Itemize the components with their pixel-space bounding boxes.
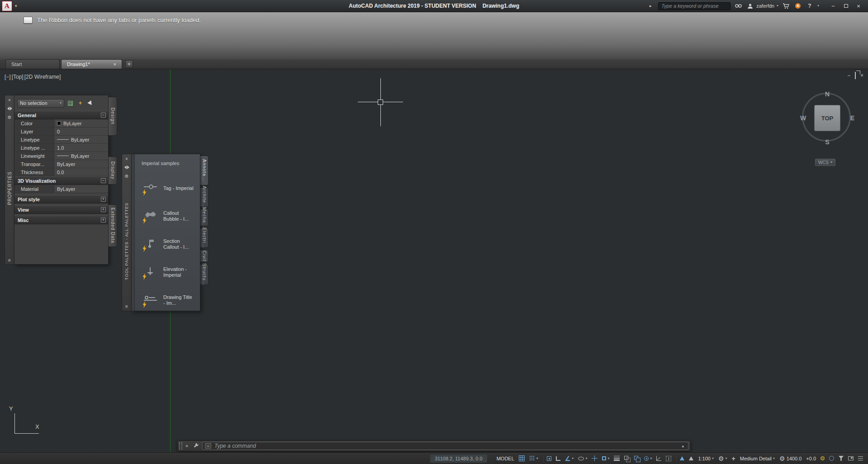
command-input[interactable]: ▾ Type a command ▴ [202, 442, 688, 450]
palette-properties-icon[interactable]: ⚙ [6, 114, 13, 120]
tab-annotation[interactable]: Annota... [200, 156, 209, 185]
tool-palettes-titlebar[interactable]: × ⚙ TOOL PALETTES - ALL PALETTES ≡ [122, 154, 132, 311]
auto-hide-icon[interactable] [123, 164, 130, 170]
tab-structural[interactable]: Structu... [200, 264, 209, 285]
communication-center-icon[interactable] [794, 2, 802, 10]
dynamic-ucs-toggle[interactable] [654, 454, 664, 464]
chevron-down-icon[interactable]: ▾ [773, 457, 775, 460]
new-drawing-button[interactable]: + [125, 60, 133, 68]
object-snap-toggle[interactable]: ▾ [600, 454, 612, 464]
command-close-icon[interactable]: × [182, 443, 191, 449]
grid-display-toggle[interactable] [517, 454, 527, 464]
palette-menu-icon[interactable]: ≡ [6, 257, 13, 263]
viewcube-east[interactable]: E [850, 114, 854, 122]
drawing-close-icon[interactable]: × [860, 73, 863, 78]
viewcube-south[interactable]: S [825, 138, 829, 146]
palette-close-icon[interactable]: × [6, 97, 13, 103]
expand-icon[interactable]: + [101, 207, 106, 212]
command-prompt-icon[interactable]: ▾ [205, 443, 211, 449]
lineweight-toggle[interactable] [612, 454, 622, 464]
tab-mechanical[interactable]: Mecha... [200, 209, 209, 226]
visual-style-control[interactable]: [2D Wireframe] [24, 74, 61, 80]
section-general[interactable]: General − [14, 111, 108, 119]
quick-access-overflow-icon[interactable]: ▸ [646, 2, 655, 10]
collapse-icon[interactable]: − [101, 178, 106, 183]
help-menu-chevron-icon[interactable]: ▾ [817, 4, 819, 8]
detail-level-button[interactable]: Medium Detail▾ [738, 454, 777, 464]
palette-close-icon[interactable]: × [123, 156, 130, 162]
property-row-linetype-scale[interactable]: Linetype ... 1.0 [14, 144, 108, 152]
tool-item-drawing-title[interactable]: Drawing Title - Im... [136, 286, 199, 311]
chevron-down-icon[interactable]: ▾ [650, 457, 652, 460]
tool-item-tag-imperial[interactable]: Tag - Imperial [136, 174, 199, 202]
property-row-color[interactable]: Color ByLayer [14, 119, 108, 128]
auto-hide-icon[interactable] [6, 105, 13, 112]
chevron-down-icon[interactable]: ▾ [536, 457, 538, 460]
palette-menu-icon[interactable]: ≡ [123, 303, 130, 310]
tab-civil[interactable]: Civil [200, 250, 209, 262]
section-3d-visualization[interactable]: 3D Visualization − [14, 176, 108, 185]
tab-architectural[interactable]: Archite... [200, 187, 209, 207]
selection-cycling-toggle[interactable] [632, 454, 642, 464]
chevron-down-icon[interactable]: ▾ [585, 457, 587, 460]
property-row-lineweight[interactable]: Lineweight ByLayer [14, 152, 108, 160]
view-control[interactable]: [Top] [12, 74, 24, 80]
command-line-grip[interactable] [179, 442, 182, 450]
workspace-switching-button[interactable]: ⚙▾ [716, 454, 730, 464]
app-logo-icon[interactable]: A [2, 1, 12, 11]
wcs-menu-button[interactable]: WCS ▾ [815, 159, 835, 166]
command-line[interactable]: × ▾ Type a command ▴ [177, 440, 691, 451]
model-space-button[interactable]: MODEL [494, 454, 517, 464]
tool-item-callout-bubble[interactable]: Callout Bubble - I... [136, 202, 199, 230]
search-input[interactable] [658, 2, 730, 10]
search-icon[interactable] [734, 2, 742, 10]
graphics-performance-button[interactable] [827, 454, 836, 464]
object-snap-tracking-toggle[interactable] [589, 454, 600, 464]
annotation-visibility-toggle[interactable] [678, 454, 687, 464]
workspace-chevron-icon[interactable]: ▾ [15, 4, 17, 8]
tab-extended-data[interactable]: Extended Data [109, 204, 117, 247]
drawing-minimize-icon[interactable]: − [847, 73, 850, 78]
chevron-down-icon[interactable]: ▾ [726, 457, 727, 460]
3d-object-snap-toggle[interactable]: ▾ [642, 454, 654, 464]
polar-tracking-toggle[interactable]: ∠▾ [563, 454, 576, 464]
property-row-layer[interactable]: Layer 0 [14, 128, 108, 136]
dynamic-input-toggle[interactable] [664, 454, 674, 464]
viewcube-north[interactable]: N [825, 90, 830, 98]
property-row-linetype[interactable]: Linetype ByLayer [14, 136, 108, 144]
quick-select-button[interactable] [66, 99, 74, 107]
sign-in-button[interactable]: zaferfdn ▾ [746, 2, 778, 10]
cut-plane-button[interactable]: ⚙1400.0 [777, 454, 804, 464]
chevron-down-icon[interactable]: ▾ [712, 457, 714, 460]
annotation-autoscale-toggle[interactable] [687, 454, 696, 464]
help-icon[interactable]: ? [806, 2, 814, 10]
section-view[interactable]: View + [14, 205, 108, 214]
section-misc[interactable]: Misc + [14, 216, 108, 224]
annotation-scale-button[interactable]: 1:100▾ [696, 454, 716, 464]
palette-scrollbar[interactable] [132, 154, 135, 311]
drawing-area[interactable]: [−] [Top] [2D Wireframe] − × N S W E TOP… [0, 69, 868, 452]
infer-constraints-toggle[interactable] [545, 454, 554, 464]
command-history-icon[interactable]: ▴ [680, 444, 686, 448]
expand-icon[interactable]: + [101, 218, 106, 223]
collapse-icon[interactable]: − [101, 113, 106, 118]
viewcube[interactable]: N S W E TOP [799, 90, 855, 146]
tool-item-section-callout[interactable]: Section Callout - I... [136, 230, 199, 258]
maximize-button[interactable] [840, 1, 852, 10]
viewcube-west[interactable]: W [800, 114, 806, 122]
tab-start[interactable]: Start [5, 59, 60, 69]
selection-dropdown[interactable]: No selection ▾ [17, 99, 64, 108]
app-store-cart-icon[interactable] [782, 2, 790, 10]
elevation-button[interactable]: +0.0 [804, 454, 818, 464]
snap-mode-toggle[interactable]: ▾ [527, 454, 541, 464]
isometric-drafting-toggle[interactable]: ▾ [576, 454, 589, 464]
viewcube-top-face[interactable]: TOP [814, 105, 840, 131]
property-row-material[interactable]: Material ByLayer [14, 185, 108, 193]
close-button[interactable]: × [853, 1, 864, 10]
tab-display[interactable]: Display [109, 156, 117, 185]
property-row-thickness[interactable]: Thickness 0.0 [14, 168, 108, 176]
command-customize-icon[interactable] [191, 443, 200, 449]
transparency-toggle[interactable] [622, 454, 632, 464]
chevron-down-icon[interactable]: ▾ [607, 457, 609, 460]
ortho-mode-toggle[interactable] [554, 454, 563, 464]
